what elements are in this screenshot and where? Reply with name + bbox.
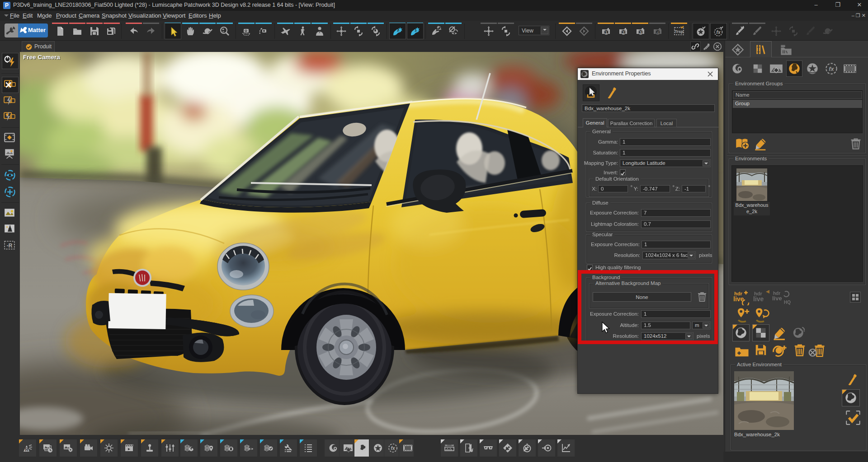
svg-text:-R: -R — [7, 243, 13, 249]
svg-text:4: 4 — [656, 30, 659, 35]
svg-text:fx: fx — [391, 446, 395, 451]
svg-text:Trsp: Trsp — [675, 29, 684, 34]
svg-text:Free Camera: Free Camera — [23, 54, 60, 61]
svg-text:live: live — [772, 295, 782, 302]
svg-text:fx: fx — [829, 65, 834, 72]
svg-text:1: 1 — [605, 30, 607, 35]
svg-text:3: 3 — [639, 30, 642, 35]
svg-text:2: 2 — [622, 30, 624, 35]
svg-text:R: R — [9, 227, 12, 232]
svg-text:R: R — [25, 447, 28, 452]
svg-text:fx: fx — [717, 30, 721, 35]
svg-text:HQ: HQ — [784, 300, 791, 305]
svg-text:live: live — [753, 295, 764, 303]
